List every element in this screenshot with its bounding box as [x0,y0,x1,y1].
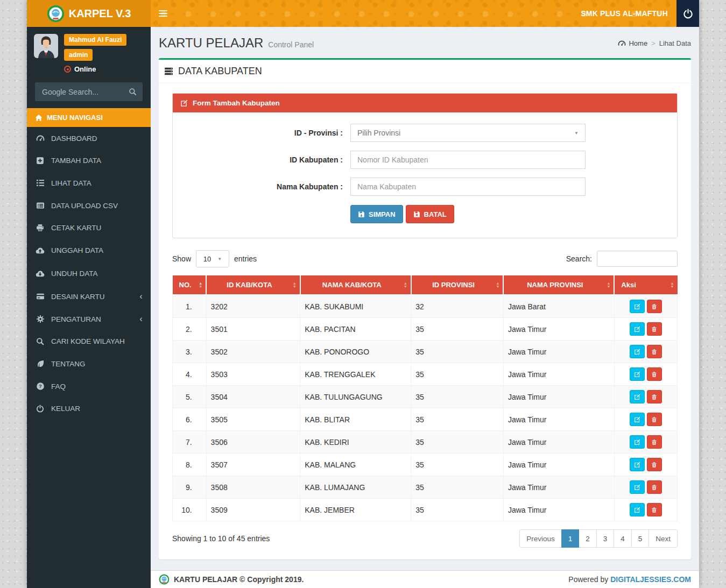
pagination: Previous 1 2 3 4 5 Next [520,529,678,548]
trash-icon [651,394,657,400]
cell-id-kab: 3509 [206,499,300,521]
cell-id-kab: 3502 [206,341,300,363]
sidebar-item-cetak-kartu[interactable]: CETAK KARTU [27,217,151,239]
sidebar-search [35,82,143,101]
user-panel: Mahmud Al Fauzi admin Online [27,27,151,77]
list-ol-icon [35,179,45,187]
batal-button[interactable]: BATAL [406,205,454,223]
edit-button[interactable] [630,390,645,403]
edit-button[interactable] [630,345,645,358]
sidebar-item-unduh-data[interactable]: UNDUH DATA [27,262,151,285]
power-off-icon [35,405,45,413]
breadcrumb-current: Lihat Data [659,39,691,47]
edit-button[interactable] [630,413,645,426]
footer-copyright: KARTU PELAJAR © Copyright 2019. [174,575,304,584]
user-name-badge: Mahmud Al Fauzi [64,34,126,46]
nama-kabupaten-input[interactable] [350,178,586,196]
cell-nama-prov: Jawa Timur [503,454,614,476]
sidebar-item-keluar[interactable]: KELUAR [27,398,151,420]
database-icon [164,67,173,76]
simpan-button[interactable]: SIMPAN [350,205,403,223]
edit-button[interactable] [630,367,645,381]
sidebar-item-faq[interactable]: ? FAQ [27,375,151,398]
powered-by-link[interactable]: DIGITALJESSIES.COM [610,575,691,584]
col-header-aksi[interactable]: Aksi▲▼ [614,275,677,295]
sidebar-item-tentang[interactable]: TENTANG [27,352,151,375]
brand-text: KARPEL V.3 [69,8,131,20]
pagination-page-1[interactable]: 1 [561,529,580,548]
show-label: Show [172,254,191,263]
logout-button[interactable] [676,0,699,27]
pagination-page-4[interactable]: 4 [614,529,632,548]
cell-nama-prov: Jawa Timur [503,363,614,386]
pencil-square-icon [634,462,640,468]
cell-id-prov: 35 [411,341,504,363]
cell-no: 9. [173,476,207,499]
sidebar-item-desain-kartu[interactable]: DESAIN KARTU ‹ [27,285,151,308]
cell-no: 3. [173,341,207,363]
trash-icon [651,462,657,468]
cell-id-prov: 35 [411,386,504,408]
col-header-nama-prov[interactable]: NAMA PROVINSI▲▼ [503,275,614,295]
sidebar-item-data-upload-csv[interactable]: DATA UPLOAD CSV [27,194,151,217]
delete-button[interactable] [647,503,662,516]
cell-nama-prov: Jawa Timur [503,318,614,341]
delete-button[interactable] [647,458,662,471]
box-header: DATA KABUPATEN [159,60,691,83]
brand-logo[interactable]: KARPEL V.3 [27,0,151,27]
sidebar-item-pengaturan[interactable]: PENGATURAN ‹ [27,308,151,330]
cloud-upload-icon [35,246,45,255]
sidebar-search-input[interactable] [35,82,143,101]
delete-button[interactable] [647,345,662,358]
cell-id-kab: 3504 [206,386,300,408]
sidebar-toggle-icon[interactable] [151,0,175,27]
delete-button[interactable] [647,390,662,403]
col-header-nama-kab[interactable]: NAMA KAB/KOTA▲▼ [300,275,411,295]
pagination-page-3[interactable]: 3 [596,529,615,548]
breadcrumb-home-link[interactable]: Home [618,39,647,47]
pagination-page-2[interactable]: 2 [579,529,597,548]
trash-icon [651,303,657,310]
delete-button[interactable] [647,367,662,381]
id-kabupaten-input[interactable] [350,151,586,169]
col-header-id-kab[interactable]: ID KAB/KOTA▲▼ [206,275,300,295]
sidebar-item-lihat-data[interactable]: LIHAT DATA [27,172,151,194]
pagination-previous[interactable]: Previous [519,529,562,548]
sidebar-item-tambah-data[interactable]: TAMBAH DATA [27,150,151,172]
trash-icon [651,484,657,491]
trash-icon [651,416,657,423]
pagination-next[interactable]: Next [649,529,678,548]
edit-button[interactable] [630,503,645,516]
table-search-input[interactable] [597,251,678,267]
delete-button[interactable] [647,480,662,494]
form-tambah-kabupaten-panel: Form Tambah Kabupaten ID - Provinsi : Pi… [172,93,678,238]
printer-icon [35,224,45,232]
delete-button[interactable] [647,435,662,449]
cell-nama-prov: Jawa Timur [503,408,614,431]
sidebar-item-dashboard[interactable]: DASHBOARD [27,127,151,150]
edit-button[interactable] [630,480,645,494]
cell-no: 7. [173,431,207,454]
plus-square-icon [35,157,45,165]
sidebar-item-cari-kode-wilayah[interactable]: CARI KODE WILAYAH [27,330,151,352]
col-header-no[interactable]: NO.▲▼ [173,275,207,295]
edit-button[interactable] [630,300,645,313]
edit-button[interactable] [630,435,645,449]
page-length-select[interactable]: 10 ▼ [196,250,229,267]
cell-id-kab: 3501 [206,318,300,341]
sort-icon: ▲▼ [671,281,674,288]
pencil-square-icon [634,439,640,445]
cell-no: 2. [173,318,207,341]
table-row: 5. 3504 KAB. TULUNGAGUNG 35 Jawa Timur [173,386,678,408]
chevron-left-icon: ‹ [139,316,143,322]
col-header-id-prov[interactable]: ID PROVINSI▲▼ [411,275,504,295]
dashboard-icon [35,134,45,143]
sidebar-item-unggah-data[interactable]: UNGGAH DATA [27,239,151,262]
delete-button[interactable] [647,413,662,426]
provinsi-select[interactable]: Pilih Provinsi ▼ [350,124,586,142]
delete-button[interactable] [647,322,662,336]
delete-button[interactable] [647,300,662,313]
edit-button[interactable] [630,322,645,336]
edit-button[interactable] [630,458,645,471]
pagination-page-5[interactable]: 5 [631,529,650,548]
